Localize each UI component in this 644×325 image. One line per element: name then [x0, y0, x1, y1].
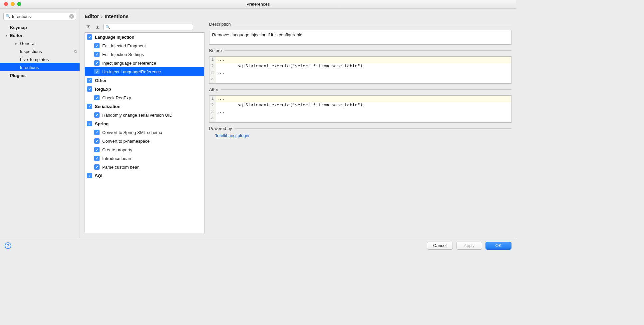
description-text: Removes language injection if it is conf…	[209, 30, 511, 45]
collapse-all-button[interactable]	[94, 24, 101, 30]
minimize-window-button[interactable]	[11, 2, 15, 6]
sidebar-item-live-templates[interactable]: Live Templates	[0, 55, 80, 63]
chevron-down-icon[interactable]: ▼	[5, 34, 9, 37]
expand-all-button[interactable]	[85, 24, 92, 30]
breadcrumb: Editor›Intentions	[80, 9, 516, 22]
intention-details-pane: Description Removes language injection i…	[209, 22, 511, 233]
clear-search-button[interactable]: ✕	[69, 14, 74, 19]
before-label: Before	[209, 48, 511, 53]
intentions-search[interactable]: 🔍	[103, 24, 193, 30]
chevron-right-icon[interactable]: ▶	[15, 42, 19, 45]
tree-item-convert-pns[interactable]: Convert to p-namespace	[85, 137, 204, 145]
intentions-search-input[interactable]	[111, 25, 191, 29]
apply-button[interactable]: Apply	[456, 242, 482, 250]
tree-cat-regexp[interactable]: RegExp	[85, 85, 204, 93]
sidebar-item-plugins[interactable]: Plugins	[0, 71, 80, 79]
tree-cat-sql[interactable]: SQL	[85, 171, 204, 180]
tree-item-introduce-bean[interactable]: Introduce bean	[85, 154, 204, 163]
sidebar-item-inspections[interactable]: Inspections⧉	[0, 47, 80, 55]
close-window-button[interactable]	[4, 2, 8, 6]
intentions-toolbar: 🔍	[85, 22, 204, 32]
tree-item-edit-injection-settings[interactable]: Edit Injection Settings	[85, 50, 204, 59]
sidebar-item-general[interactable]: ▶General	[0, 39, 80, 47]
tree-item-edit-injected-fragment[interactable]: Edit Injected Fragment	[85, 41, 204, 50]
search-icon: 🔍	[106, 25, 110, 29]
intentions-list-pane: 🔍 Language Injection Edit Injected Fragm…	[85, 22, 204, 233]
sidebar-search-input[interactable]	[12, 14, 69, 19]
tree-item-parse-custom-bean[interactable]: Parse custom bean	[85, 163, 204, 171]
sidebar-item-intentions[interactable]: Intentions	[0, 63, 80, 71]
zoom-window-button[interactable]	[17, 2, 21, 6]
help-button[interactable]: ?	[5, 242, 11, 249]
ok-button[interactable]: OK	[485, 242, 511, 250]
description-label: Description	[209, 22, 511, 27]
sidebar-item-keymap[interactable]: Keymap	[0, 23, 80, 31]
powered-by: Powered by 'IntelliLang' plugin	[209, 126, 511, 138]
intentions-tree[interactable]: Language Injection Edit Injected Fragmen…	[85, 32, 204, 233]
tree-item-inject-language[interactable]: Inject language or reference	[85, 59, 204, 67]
cancel-button[interactable]: Cancel	[427, 242, 453, 250]
tree-item-random-serial[interactable]: Randomly change serial version UID	[85, 111, 204, 119]
main-panel: Editor›Intentions 🔍 Language Injection E…	[80, 9, 516, 238]
intellilang-plugin-link[interactable]: 'IntelliLang' plugin	[215, 133, 511, 138]
titlebar: Preferences	[0, 0, 516, 9]
profile-icon: ⧉	[74, 49, 77, 54]
sidebar-item-editor[interactable]: ▼Editor	[0, 31, 80, 39]
tree-item-uninject[interactable]: Un-inject Language/Reference	[85, 67, 204, 76]
checkbox[interactable]	[87, 34, 92, 40]
window-traffic-lights	[4, 2, 21, 6]
tree-cat-other[interactable]: Other	[85, 76, 204, 85]
dialog-footer: ? Cancel Apply OK	[0, 238, 516, 253]
tree-item-create-property[interactable]: Create property	[85, 145, 204, 154]
before-code: 1... 2 sqlStatement.execute("select * fr…	[209, 56, 511, 84]
tree-item-convert-xml[interactable]: Convert to Spring XML schema	[85, 128, 204, 137]
tree-cat-spring[interactable]: Spring	[85, 119, 204, 128]
after-label: After	[209, 87, 511, 92]
sidebar-search[interactable]: 🔍 ✕	[3, 13, 76, 20]
window-title: Preferences	[246, 2, 270, 7]
after-code: 1... 2 sqlStatement.execute("select * fr…	[209, 95, 511, 123]
search-icon: 🔍	[6, 14, 11, 19]
preferences-sidebar: 🔍 ✕ Keymap ▼Editor ▶General Inspections⧉…	[0, 9, 80, 238]
tree-item-check-regexp[interactable]: Check RegExp	[85, 93, 204, 102]
tree-cat-language-injection[interactable]: Language Injection	[85, 33, 204, 41]
breadcrumb-separator: ›	[101, 13, 103, 19]
tree-cat-serialization[interactable]: Serialization	[85, 102, 204, 111]
